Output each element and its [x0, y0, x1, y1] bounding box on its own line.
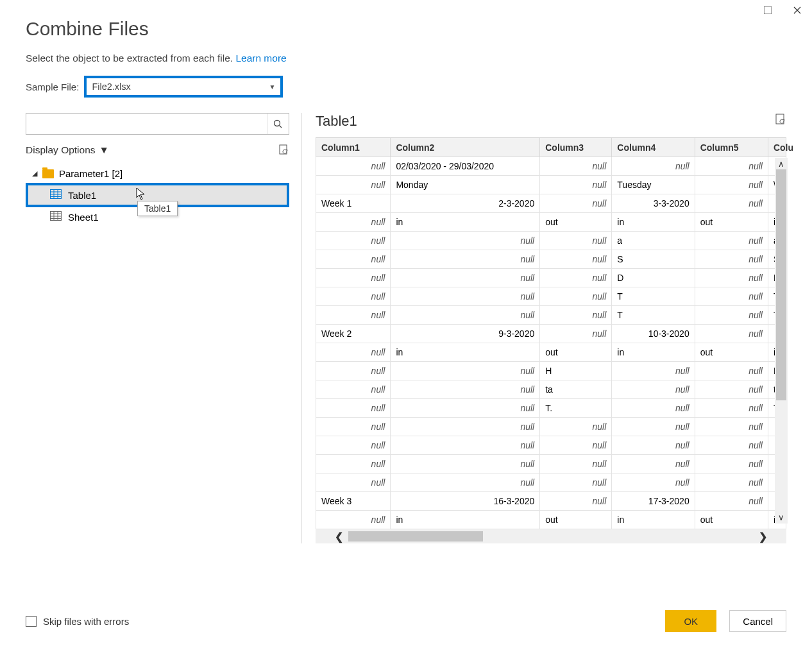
table-cell[interactable]: null: [316, 473, 391, 492]
table-cell[interactable]: null: [316, 511, 391, 529]
scrollbar-thumb[interactable]: [348, 531, 483, 541]
table-cell[interactable]: null: [695, 269, 768, 287]
table-cell[interactable]: out: [695, 213, 768, 232]
table-cell[interactable]: in: [612, 343, 695, 362]
table-cell[interactable]: null: [391, 232, 540, 250]
table-cell[interactable]: out: [540, 213, 612, 232]
table-cell[interactable]: null: [695, 306, 768, 325]
table-cell[interactable]: 10-3-2020: [612, 325, 695, 343]
table-cell[interactable]: in: [391, 213, 540, 232]
table-cell[interactable]: Week 3: [316, 492, 391, 511]
table-cell[interactable]: 3-3-2020: [612, 194, 695, 213]
table-cell[interactable]: null: [695, 436, 768, 455]
table-cell[interactable]: null: [391, 418, 540, 436]
scroll-down-icon[interactable]: ∨: [777, 511, 786, 524]
vertical-scrollbar[interactable]: ∧ ∨: [775, 158, 788, 524]
table-cell[interactable]: null: [695, 325, 768, 343]
table-cell[interactable]: null: [316, 157, 391, 176]
table-cell[interactable]: out: [695, 343, 768, 362]
table-cell[interactable]: null: [540, 492, 612, 511]
table-cell[interactable]: 17-3-2020: [612, 492, 695, 511]
table-cell[interactable]: null: [540, 157, 612, 176]
minimize-button[interactable]: [753, 0, 782, 21]
tree-parent-node[interactable]: ◢ Parameter1 [2]: [30, 164, 289, 183]
table-cell[interactable]: in: [612, 213, 695, 232]
scroll-left-icon[interactable]: ❮: [335, 531, 343, 543]
table-cell[interactable]: null: [316, 418, 391, 436]
table-cell[interactable]: null: [316, 362, 391, 380]
table-cell[interactable]: null: [316, 399, 391, 418]
table-cell[interactable]: null: [540, 436, 612, 455]
column-header[interactable]: Column5: [695, 138, 768, 157]
table-cell[interactable]: null: [695, 176, 768, 194]
table-cell[interactable]: null: [695, 473, 768, 492]
table-cell[interactable]: null: [540, 176, 612, 194]
table-cell[interactable]: Monday: [391, 176, 540, 194]
table-cell[interactable]: T: [612, 287, 695, 306]
table-cell[interactable]: null: [695, 455, 768, 473]
table-cell[interactable]: null: [695, 418, 768, 436]
table-cell[interactable]: null: [612, 362, 695, 380]
table-cell[interactable]: null: [695, 250, 768, 269]
search-button[interactable]: [267, 114, 289, 134]
table-cell[interactable]: a: [612, 232, 695, 250]
horizontal-scrollbar[interactable]: ❮ ❯: [316, 529, 786, 543]
table-cell[interactable]: null: [612, 455, 695, 473]
table-cell[interactable]: null: [391, 362, 540, 380]
close-button[interactable]: [782, 0, 812, 21]
table-cell[interactable]: in: [391, 511, 540, 529]
table-cell[interactable]: null: [540, 287, 612, 306]
table-cell[interactable]: Week 2: [316, 325, 391, 343]
table-cell[interactable]: null: [316, 343, 391, 362]
skip-files-checkbox[interactable]: Skip files with errors: [26, 616, 129, 627]
table-cell[interactable]: null: [391, 306, 540, 325]
table-cell[interactable]: Tuesday: [612, 176, 695, 194]
table-cell[interactable]: null: [695, 380, 768, 399]
scrollbar-thumb[interactable]: [776, 169, 786, 400]
table-cell[interactable]: null: [316, 287, 391, 306]
scroll-right-icon[interactable]: ❯: [759, 531, 767, 543]
column-header[interactable]: Column2: [391, 138, 540, 157]
table-cell[interactable]: S: [612, 250, 695, 269]
table-cell[interactable]: ta: [540, 380, 612, 399]
table-cell[interactable]: null: [540, 418, 612, 436]
table-cell[interactable]: null: [695, 362, 768, 380]
table-cell[interactable]: null: [540, 232, 612, 250]
table-cell[interactable]: Week 1: [316, 194, 391, 213]
table-cell[interactable]: null: [391, 455, 540, 473]
refresh-button[interactable]: [278, 144, 289, 157]
table-cell[interactable]: null: [316, 213, 391, 232]
column-header[interactable]: Column3: [540, 138, 612, 157]
table-cell[interactable]: null: [612, 399, 695, 418]
table-cell[interactable]: out: [695, 511, 768, 529]
table-cell[interactable]: null: [391, 473, 540, 492]
table-cell[interactable]: null: [391, 269, 540, 287]
table-cell[interactable]: D: [612, 269, 695, 287]
tree-item-table1[interactable]: Table1Table1: [26, 183, 289, 207]
table-cell[interactable]: null: [316, 455, 391, 473]
table-cell[interactable]: null: [695, 287, 768, 306]
sample-file-dropdown[interactable]: File2.xlsx ▼: [84, 76, 283, 98]
table-cell[interactable]: 9-3-2020: [391, 325, 540, 343]
skip-files-input[interactable]: [26, 616, 37, 627]
table-cell[interactable]: null: [391, 436, 540, 455]
cancel-button[interactable]: Cancel: [729, 610, 786, 632]
table-cell[interactable]: null: [612, 157, 695, 176]
table-cell[interactable]: null: [695, 232, 768, 250]
table-cell[interactable]: null: [695, 399, 768, 418]
table-cell[interactable]: null: [695, 194, 768, 213]
table-cell[interactable]: null: [316, 232, 391, 250]
table-cell[interactable]: null: [316, 380, 391, 399]
table-cell[interactable]: null: [540, 269, 612, 287]
column-header[interactable]: Column4: [612, 138, 695, 157]
table-cell[interactable]: null: [316, 250, 391, 269]
learn-more-link[interactable]: Learn more: [235, 53, 286, 64]
table-cell[interactable]: null: [612, 473, 695, 492]
table-cell[interactable]: out: [540, 511, 612, 529]
ok-button[interactable]: OK: [665, 610, 716, 632]
tree-item-sheet1[interactable]: Sheet1: [26, 207, 289, 226]
table-cell[interactable]: null: [540, 306, 612, 325]
table-cell[interactable]: 2-3-2020: [391, 194, 540, 213]
table-cell[interactable]: null: [695, 157, 768, 176]
table-cell[interactable]: null: [540, 250, 612, 269]
